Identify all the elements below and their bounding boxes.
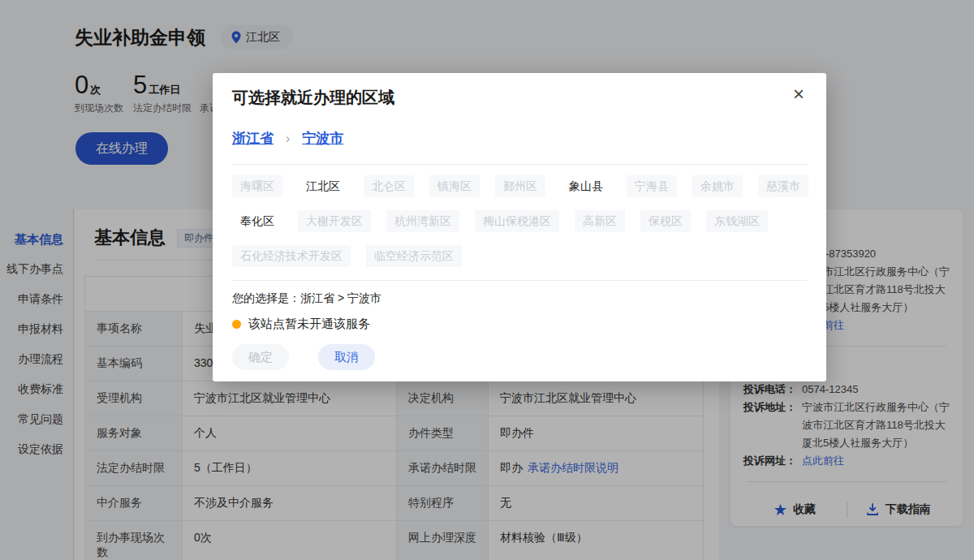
district-button: 余姚市 (692, 175, 743, 197)
selection-label: 您的选择是： (232, 291, 300, 304)
district-row: 石化经济技术开发区临空经济示范区 (232, 245, 807, 267)
district-button: 梅山保税港区 (475, 210, 559, 232)
district-button: 北仑区 (364, 175, 414, 197)
region-breadcrumb: 浙江省 › 宁波市 (232, 129, 807, 148)
confirm-button[interactable]: 确定 (232, 344, 289, 370)
district-button: 大榭开发区 (298, 210, 371, 232)
modal-title: 可选择就近办理的区域 (232, 73, 807, 109)
district-button: 鄞州区 (495, 175, 545, 197)
district-button: 慈溪市 (758, 175, 808, 197)
district-button: 石化经济技术开发区 (232, 245, 351, 267)
district-grid: 海曙区江北区北仑区镇海区鄞州区象山县宁海县余姚市慈溪市奉化区大榭开发区杭州湾新区… (232, 175, 807, 267)
district-row: 奉化区大榭开发区杭州湾新区梅山保税港区高新区保税区东钱湖区 (232, 210, 807, 232)
modal-divider (232, 280, 807, 281)
district-button[interactable]: 奉化区 (232, 210, 282, 232)
breadcrumb-city-link[interactable]: 宁波市 (302, 131, 343, 146)
page: 失业补助金申领 江北区 0次到现场次数5工作日法定办结时限承诺办结时限 在线办理… (0, 0, 974, 560)
district-button: 镇海区 (429, 175, 480, 197)
district-button: 海曙区 (232, 175, 282, 197)
district-button: 宁海县 (627, 175, 677, 197)
district-button: 杭州湾新区 (386, 210, 459, 232)
selection-value: 浙江省 > 宁波市 (300, 291, 381, 304)
breadcrumb-province-link[interactable]: 浙江省 (232, 131, 274, 146)
service-notice: 该站点暂未开通该服务 (232, 317, 807, 332)
district-button: 东钱湖区 (706, 210, 768, 232)
region-select-modal: × 可选择就近办理的区域 浙江省 › 宁波市 海曙区江北区北仑区镇海区鄞州区象山… (213, 73, 826, 381)
district-button: 临空经济示范区 (366, 245, 462, 267)
notice-text: 该站点暂未开通该服务 (248, 317, 370, 332)
district-button[interactable]: 象山县 (561, 175, 611, 197)
district-button: 高新区 (575, 210, 625, 232)
modal-divider (232, 164, 807, 165)
district-button[interactable]: 江北区 (298, 175, 348, 197)
selection-summary: 您的选择是：浙江省 > 宁波市 (232, 291, 807, 306)
warning-dot-icon (232, 320, 241, 329)
breadcrumb-separator-icon: › (286, 131, 291, 146)
district-row: 海曙区江北区北仑区镇海区鄞州区象山县宁海县余姚市慈溪市 (232, 175, 807, 197)
cancel-button[interactable]: 取消 (318, 344, 375, 370)
close-icon[interactable]: × (787, 83, 810, 106)
district-button: 保税区 (640, 210, 691, 232)
